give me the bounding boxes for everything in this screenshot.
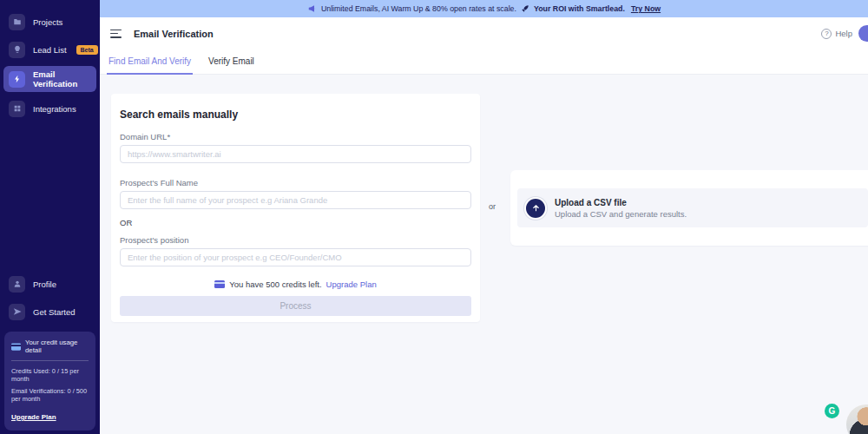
credit-usage-title: Your credit usage detail [25, 339, 89, 354]
upload-arrow-icon [526, 199, 545, 218]
credits-note: You have 500 credits left. [229, 279, 321, 289]
form-heading: Search emails manually [120, 108, 471, 121]
menu-icon[interactable] [110, 30, 122, 38]
credit-usage-box: Your credit usage detail Credits Used: 0… [4, 332, 95, 431]
help-label: Help [835, 29, 852, 38]
main-content: Search emails manually Domain URL* Prosp… [100, 75, 868, 434]
domain-url-label: Domain URL* [120, 132, 471, 141]
rocket-icon [9, 304, 25, 320]
grammarly-icon[interactable]: G [825, 404, 839, 418]
upload-csv-card: Upload a CSV file Upload a CSV and gener… [510, 170, 868, 246]
banner-text: Unlimited Emails, AI Warm Up & 80% open … [321, 4, 516, 13]
position-label: Prospect's position [120, 235, 471, 245]
person-icon [9, 276, 25, 293]
sidebar-item-email-verification[interactable]: Email Verification [3, 66, 96, 92]
credits-row: You have 500 credits left. Upgrade Plan [120, 279, 471, 289]
sidebar-item-integrations[interactable]: Integrations [0, 95, 100, 122]
avatar[interactable] [858, 25, 868, 42]
sidebar-item-label: Profile [33, 279, 56, 289]
position-input[interactable] [120, 248, 471, 266]
sidebar-upgrade-plan-link[interactable]: Upgrade Plan [11, 413, 56, 421]
tab-find-email-and-verify[interactable]: Find Email And Verify [107, 56, 193, 74]
email-verifications-text: Email Verifications: 0 / 500 per month [11, 387, 89, 403]
form-or-label: OR [120, 218, 471, 227]
domain-url-input[interactable] [120, 145, 471, 163]
manual-search-card: Search emails manually Domain URL* Prosp… [111, 94, 480, 322]
sidebar: Projects Lead List Beta Email Verificati… [0, 0, 100, 434]
full-name-input[interactable] [120, 191, 471, 209]
lead-list-icon [9, 42, 25, 58]
or-divider-text: or [489, 202, 496, 211]
sidebar-item-label: Get Started [33, 307, 76, 317]
tab-verify-email[interactable]: Verify Email [207, 56, 256, 74]
sidebar-item-projects[interactable]: Projects [0, 9, 100, 35]
banner-try-now-link[interactable]: Try Now [631, 4, 661, 13]
sidebar-item-label: Integrations [33, 104, 76, 114]
sidebar-item-label: Email Verification [33, 69, 96, 89]
page-header: Email Verification ? Help [100, 17, 868, 49]
header-right: ? Help [821, 25, 858, 42]
full-name-label: Prospect's Full Name [120, 178, 471, 187]
megaphone-icon [307, 4, 317, 13]
question-mark-icon: ? [821, 29, 832, 39]
banner-bold-text: Your ROI with Smartlead. [534, 4, 625, 13]
upload-text-block: Upload a CSV file Upload a CSV and gener… [555, 198, 687, 219]
lightning-icon [9, 71, 25, 88]
sidebar-item-get-started[interactable]: Get Started [0, 299, 100, 325]
help-button[interactable]: ? Help [821, 29, 852, 39]
app-window: Projects Lead List Beta Email Verificati… [0, 0, 868, 434]
credit-card-icon [11, 343, 21, 351]
credits-used-text: Credits Used: 0 / 15 per month [11, 367, 89, 383]
beta-badge: Beta [76, 45, 98, 55]
upload-title: Upload a CSV file [555, 198, 687, 207]
sidebar-item-lead-list[interactable]: Lead List Beta [0, 36, 100, 62]
upload-csv-button[interactable]: Upload a CSV file Upload a CSV and gener… [517, 188, 868, 227]
tab-bar: Find Email And Verify Verify Email [100, 49, 868, 75]
user-photo-avatar[interactable] [846, 404, 868, 434]
page-title: Email Verification [134, 29, 214, 39]
integrations-icon [9, 101, 25, 117]
folder-icon [9, 14, 25, 30]
rocket-small-icon [521, 4, 529, 13]
sidebar-item-profile[interactable]: Profile [0, 271, 100, 297]
form-upgrade-plan-link[interactable]: Upgrade Plan [326, 279, 377, 289]
promo-banner: Unlimited Emails, AI Warm Up & 80% open … [100, 0, 868, 17]
credit-usage-title-row: Your credit usage detail [11, 339, 89, 354]
sidebar-spacer [0, 123, 100, 271]
credit-box-divider [11, 360, 89, 361]
sidebar-item-label: Lead List [33, 45, 67, 55]
process-button[interactable]: Process [120, 296, 471, 316]
upload-subtitle: Upload a CSV and generate results. [555, 209, 687, 219]
sidebar-item-label: Projects [33, 17, 62, 27]
credit-card-small-icon [214, 280, 225, 288]
